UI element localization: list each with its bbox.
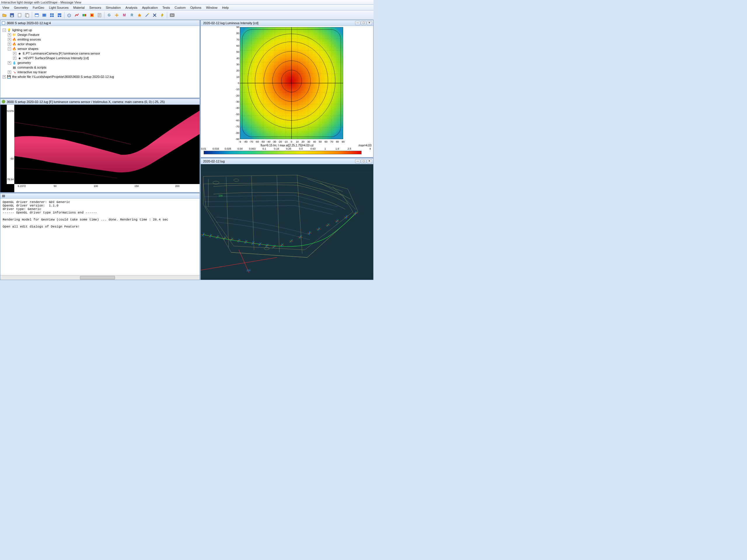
svg-point-19	[91, 14, 93, 16]
tree-emitting[interactable]: +🔥emitting sources	[8, 37, 199, 42]
tb-R-icon[interactable]: R	[128, 12, 135, 19]
menu-view[interactable]: View	[0, 5, 12, 10]
menu-geometry[interactable]: Geometry	[12, 5, 30, 10]
minimize-button[interactable]: —	[355, 21, 360, 25]
lumcam-header[interactable]: 🟢 3600 S setup 2020-02-12.lug [F] lumina…	[0, 99, 200, 105]
tb-64-icon[interactable]: 64	[169, 12, 176, 19]
expand-icon[interactable]: +	[8, 33, 11, 36]
menu-material[interactable]: Material	[71, 5, 87, 10]
tb-star-icon[interactable]	[136, 12, 143, 19]
console-panel: ▤ OpenGL driver renderer: GDI Generic Op…	[0, 193, 200, 280]
tb-layout-icon[interactable]	[56, 12, 63, 19]
svg-rect-11	[52, 14, 54, 15]
tb-window-icon[interactable]	[33, 12, 40, 19]
heatmap-header[interactable]: 2020-02-12.lug Luminous Intensity [cd] —…	[201, 20, 373, 26]
heatmap-flux-label: flux=9.15 lm; I max at[2.25,1.75]=4.03 c…	[201, 144, 373, 147]
drop-icon: 💧	[12, 61, 16, 65]
geo-viewport[interactable]: 100	[201, 164, 373, 280]
expand-icon[interactable]: +	[3, 75, 6, 78]
tb-doc2-icon[interactable]	[24, 12, 31, 19]
close-button[interactable]: ✕	[367, 159, 372, 163]
svg-rect-12	[50, 16, 52, 17]
svg-text:100: 100	[246, 269, 251, 272]
heatmap-y-axis: -90-80-70-60-50-40-30-20-100102030405060…	[235, 27, 239, 139]
console-header[interactable]: ▤	[0, 193, 200, 198]
lumcam-plot-area[interactable]: 23.579 -50 -78.94	[0, 105, 200, 192]
console-scrollbar[interactable]	[0, 275, 200, 280]
heatmap-x-axis: -9-80-70-60-50-40-30-20-1001020304050607…	[240, 140, 343, 144]
menu-sensors[interactable]: Sensors	[87, 5, 103, 10]
tb-heatmap-icon[interactable]	[88, 12, 96, 19]
menu-simulation[interactable]: Simulation	[103, 5, 123, 10]
flame-icon: 🔥	[12, 47, 16, 51]
heatmap-plot-area[interactable]: -90-80-70-60-50-40-30-20-100102030405060…	[201, 26, 373, 157]
svg-rect-15	[58, 16, 59, 17]
tb-cube-icon[interactable]	[66, 12, 73, 19]
maximize-button[interactable]: ▢	[361, 21, 366, 25]
tree-body[interactable]: −💡lighting set up +📁Design Feature +🔥emi…	[0, 26, 200, 98]
main-workspace: 2020-02-12.lug Luminous Intensity [cd] —…	[0, 20, 374, 280]
tb-cross-orange-icon[interactable]	[113, 12, 120, 19]
expand-icon[interactable]: +	[8, 71, 11, 74]
menu-light-sources[interactable]: Light Sources	[47, 5, 71, 10]
camera-icon: 🟢	[1, 100, 5, 104]
tb-G-icon[interactable]: G	[106, 12, 113, 19]
script-icon: ▤	[12, 65, 16, 70]
tb-doc-icon[interactable]	[16, 12, 23, 19]
svg-text:100: 100	[218, 194, 223, 197]
collapse-icon[interactable]: −	[3, 29, 6, 32]
collapse-icon[interactable]: −	[8, 47, 11, 50]
expand-icon[interactable]: +	[13, 57, 16, 60]
console-output[interactable]: OpenGL driver renderer: GDI Generic Open…	[0, 198, 200, 275]
expand-icon[interactable]: +	[8, 38, 11, 41]
menu-fungeo[interactable]: FunGeo	[30, 5, 47, 10]
expand-icon[interactable]: +	[8, 43, 11, 46]
menu-window[interactable]: Window	[204, 5, 220, 10]
expand-icon[interactable]: +	[8, 61, 11, 64]
tree-header[interactable]: 3600 S setup 2020-02-12.lug:4	[0, 20, 200, 26]
close-button[interactable]: ✕	[367, 21, 372, 25]
tb-chart-icon[interactable]	[73, 12, 80, 19]
tree-sensor-b[interactable]: +◈:=EVPT SurfaceShape Luminous Intensity…	[13, 56, 199, 60]
tb-save-icon[interactable]	[8, 12, 16, 19]
tree-raytracer[interactable]: +↘interactive ray tracer	[8, 70, 199, 74]
tb-columns-icon[interactable]	[41, 12, 48, 19]
minimize-button[interactable]: —	[355, 159, 360, 163]
tb-open-icon[interactable]	[1, 12, 8, 19]
tree-panel: 3600 S setup 2020-02-12.lug:4 −💡lighting…	[0, 20, 200, 98]
tree-root[interactable]: −💡lighting set up	[3, 28, 199, 32]
maximize-button[interactable]: ▢	[361, 159, 366, 163]
tree-commands[interactable]: ▤commands & scripts	[8, 65, 199, 70]
svg-rect-8	[44, 14, 45, 17]
tb-wand-icon[interactable]	[144, 12, 151, 19]
tree-geometry[interactable]: +💧geometry	[8, 60, 199, 65]
tree-sensor-a[interactable]: +◈E.PT LuminanceCamera [F] luminance cam…	[13, 51, 199, 56]
svg-rect-13	[52, 16, 54, 17]
tb-gradient-icon[interactable]	[81, 12, 88, 19]
tree-file[interactable]: +💾the whole file I:\Lucidshape\Projekte\…	[3, 74, 199, 79]
menu-options[interactable]: Options	[188, 5, 204, 10]
menu-application[interactable]: Application	[140, 5, 160, 10]
tree-design-feature[interactable]: +📁Design Feature	[8, 32, 199, 37]
tb-grid-icon[interactable]	[48, 12, 55, 19]
svg-rect-17	[83, 14, 86, 16]
disk-icon: 💾	[7, 75, 11, 79]
expand-icon[interactable]: +	[13, 52, 16, 55]
menu-help[interactable]: Help	[220, 5, 231, 10]
scrollbar-thumb[interactable]	[80, 276, 115, 279]
heatmap-title: 2020-02-12.lug Luminous Intensity [cd]	[202, 21, 355, 25]
tb-M-icon[interactable]: M	[121, 12, 128, 19]
menu-analysis[interactable]: Analysis	[123, 5, 140, 10]
menu-custom[interactable]: Custom	[172, 5, 188, 10]
tb-X-icon[interactable]	[151, 12, 158, 19]
geo-header[interactable]: 2020-02-12.lug — ▢ ✕	[201, 158, 373, 164]
geo-panel: 2020-02-12.lug — ▢ ✕ 100	[201, 158, 374, 280]
menu-tests[interactable]: Tests	[160, 5, 173, 10]
tb-bolt-icon[interactable]	[159, 12, 166, 19]
svg-rect-52	[2, 22, 5, 25]
svg-rect-7	[43, 14, 44, 17]
lumcam-y-axis: 23.579 -50 -78.94	[7, 105, 14, 184]
tree-sensor[interactable]: −🔥sensor shapes	[8, 46, 199, 51]
tree-actor[interactable]: +🔥actor shapes	[8, 42, 199, 46]
tb-doc3-icon[interactable]	[96, 12, 103, 19]
